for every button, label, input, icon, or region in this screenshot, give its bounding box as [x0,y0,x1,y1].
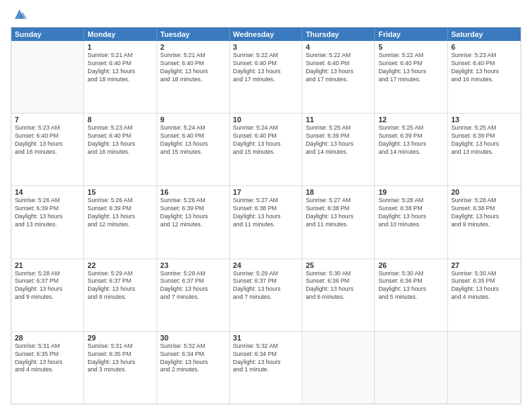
calendar-cell: 12Sunrise: 5:25 AM Sunset: 6:39 PM Dayli… [375,113,447,185]
day-info: Sunrise: 5:22 AM Sunset: 6:40 PM Dayligh… [306,52,371,84]
day-number: 19 [378,188,443,196]
day-number: 26 [378,261,443,269]
header [11,9,521,21]
day-number: 20 [451,188,517,196]
day-number: 9 [161,116,226,124]
calendar-row: 7Sunrise: 5:23 AM Sunset: 6:40 PM Daylig… [11,113,521,186]
day-info: Sunrise: 5:30 AM Sunset: 6:35 PM Dayligh… [451,270,517,302]
day-info: Sunrise: 5:26 AM Sunset: 6:39 PM Dayligh… [15,197,80,229]
calendar-cell: 2Sunrise: 5:21 AM Sunset: 6:40 PM Daylig… [157,41,230,113]
day-info: Sunrise: 5:23 AM Sunset: 6:40 PM Dayligh… [15,124,80,156]
calendar-cell: 10Sunrise: 5:24 AM Sunset: 6:40 PM Dayli… [230,113,302,185]
day-info: Sunrise: 5:22 AM Sunset: 6:40 PM Dayligh… [378,52,443,84]
day-info: Sunrise: 5:21 AM Sunset: 6:40 PM Dayligh… [87,52,152,84]
calendar-row: 14Sunrise: 5:26 AM Sunset: 6:39 PM Dayli… [11,186,521,259]
day-info: Sunrise: 5:25 AM Sunset: 6:39 PM Dayligh… [451,124,517,156]
calendar-row: 1Sunrise: 5:21 AM Sunset: 6:40 PM Daylig… [11,41,521,113]
calendar-cell: 16Sunrise: 5:26 AM Sunset: 6:39 PM Dayli… [157,186,230,258]
calendar-cell: 20Sunrise: 5:28 AM Sunset: 6:38 PM Dayli… [448,186,521,258]
day-info: Sunrise: 5:32 AM Sunset: 6:34 PM Dayligh… [233,342,298,375]
day-number: 14 [15,188,80,196]
day-info: Sunrise: 5:31 AM Sunset: 6:35 PM Dayligh… [87,342,152,375]
day-number: 5 [378,43,443,51]
calendar-cell [302,332,375,404]
calendar-cell: 8Sunrise: 5:23 AM Sunset: 6:40 PM Daylig… [84,113,157,185]
day-info: Sunrise: 5:30 AM Sunset: 6:36 PM Dayligh… [306,270,371,302]
day-number: 29 [87,334,152,342]
day-number: 11 [306,116,371,124]
day-number: 24 [233,261,298,269]
day-number: 8 [87,116,152,124]
calendar: SundayMondayTuesdayWednesdayThursdayFrid… [11,27,521,404]
page: SundayMondayTuesdayWednesdayThursdayFrid… [0,0,532,411]
calendar-cell: 4Sunrise: 5:22 AM Sunset: 6:40 PM Daylig… [302,41,375,113]
calendar-cell: 27Sunrise: 5:30 AM Sunset: 6:35 PM Dayli… [448,259,521,331]
calendar-cell: 13Sunrise: 5:25 AM Sunset: 6:39 PM Dayli… [448,113,521,185]
day-number: 21 [15,261,80,269]
weekday-header: Sunday [11,28,84,41]
calendar-cell: 21Sunrise: 5:28 AM Sunset: 6:37 PM Dayli… [11,259,84,331]
calendar-cell: 18Sunrise: 5:27 AM Sunset: 6:38 PM Dayli… [302,186,375,258]
day-number: 6 [451,43,517,51]
day-info: Sunrise: 5:28 AM Sunset: 6:38 PM Dayligh… [378,197,443,229]
calendar-row: 28Sunrise: 5:31 AM Sunset: 6:35 PM Dayli… [11,332,521,404]
calendar-cell: 5Sunrise: 5:22 AM Sunset: 6:40 PM Daylig… [375,41,447,113]
calendar-cell: 11Sunrise: 5:25 AM Sunset: 6:39 PM Dayli… [302,113,375,185]
day-number: 30 [161,334,226,342]
calendar-cell: 9Sunrise: 5:24 AM Sunset: 6:40 PM Daylig… [157,113,230,185]
day-number: 13 [451,116,517,124]
day-number: 15 [87,188,152,196]
calendar-cell [11,41,84,113]
day-number: 28 [15,334,80,342]
calendar-cell: 1Sunrise: 5:21 AM Sunset: 6:40 PM Daylig… [84,41,157,113]
calendar-cell: 31Sunrise: 5:32 AM Sunset: 6:34 PM Dayli… [230,332,302,404]
calendar-cell [448,332,521,404]
day-info: Sunrise: 5:21 AM Sunset: 6:40 PM Dayligh… [161,52,226,84]
day-info: Sunrise: 5:29 AM Sunset: 6:37 PM Dayligh… [87,270,152,302]
day-info: Sunrise: 5:24 AM Sunset: 6:40 PM Dayligh… [233,124,298,156]
calendar-cell: 25Sunrise: 5:30 AM Sunset: 6:36 PM Dayli… [302,259,375,331]
day-number: 27 [451,261,517,269]
weekday-header: Saturday [448,28,521,41]
day-number: 25 [306,261,371,269]
logo-icon [12,7,27,21]
day-info: Sunrise: 5:27 AM Sunset: 6:38 PM Dayligh… [233,197,298,229]
calendar-cell: 26Sunrise: 5:30 AM Sunset: 6:36 PM Dayli… [375,259,447,331]
day-info: Sunrise: 5:26 AM Sunset: 6:39 PM Dayligh… [161,197,226,229]
weekday-header: Friday [375,28,447,41]
day-number: 18 [306,188,371,196]
day-info: Sunrise: 5:30 AM Sunset: 6:36 PM Dayligh… [378,270,443,302]
calendar-cell: 6Sunrise: 5:23 AM Sunset: 6:40 PM Daylig… [448,41,521,113]
calendar-row: 21Sunrise: 5:28 AM Sunset: 6:37 PM Dayli… [11,259,521,332]
calendar-cell: 15Sunrise: 5:26 AM Sunset: 6:39 PM Dayli… [84,186,157,258]
day-info: Sunrise: 5:24 AM Sunset: 6:40 PM Dayligh… [161,124,226,156]
calendar-cell: 23Sunrise: 5:29 AM Sunset: 6:37 PM Dayli… [157,259,230,331]
day-number: 23 [161,261,226,269]
day-number: 3 [233,43,298,51]
weekday-header: Tuesday [157,28,230,41]
day-number: 4 [306,43,371,51]
weekday-header: Monday [84,28,157,41]
day-info: Sunrise: 5:29 AM Sunset: 6:37 PM Dayligh… [233,270,298,302]
calendar-cell: 3Sunrise: 5:22 AM Sunset: 6:40 PM Daylig… [230,41,302,113]
logo [11,9,27,21]
calendar-cell: 17Sunrise: 5:27 AM Sunset: 6:38 PM Dayli… [230,186,302,258]
day-info: Sunrise: 5:25 AM Sunset: 6:39 PM Dayligh… [378,124,443,156]
calendar-cell [375,332,447,404]
day-number: 7 [15,116,80,124]
calendar-cell: 22Sunrise: 5:29 AM Sunset: 6:37 PM Dayli… [84,259,157,331]
day-info: Sunrise: 5:23 AM Sunset: 6:40 PM Dayligh… [87,124,152,156]
calendar-cell: 7Sunrise: 5:23 AM Sunset: 6:40 PM Daylig… [11,113,84,185]
weekday-header: Wednesday [230,28,302,41]
calendar-cell: 14Sunrise: 5:26 AM Sunset: 6:39 PM Dayli… [11,186,84,258]
day-info: Sunrise: 5:28 AM Sunset: 6:38 PM Dayligh… [451,197,517,229]
day-info: Sunrise: 5:29 AM Sunset: 6:37 PM Dayligh… [161,270,226,302]
calendar-cell: 30Sunrise: 5:32 AM Sunset: 6:34 PM Dayli… [157,332,230,404]
day-number: 2 [161,43,226,51]
day-number: 12 [378,116,443,124]
day-info: Sunrise: 5:27 AM Sunset: 6:38 PM Dayligh… [306,197,371,229]
day-number: 22 [87,261,152,269]
calendar-cell: 24Sunrise: 5:29 AM Sunset: 6:37 PM Dayli… [230,259,302,331]
day-info: Sunrise: 5:31 AM Sunset: 6:35 PM Dayligh… [15,342,80,375]
day-info: Sunrise: 5:22 AM Sunset: 6:40 PM Dayligh… [233,52,298,84]
